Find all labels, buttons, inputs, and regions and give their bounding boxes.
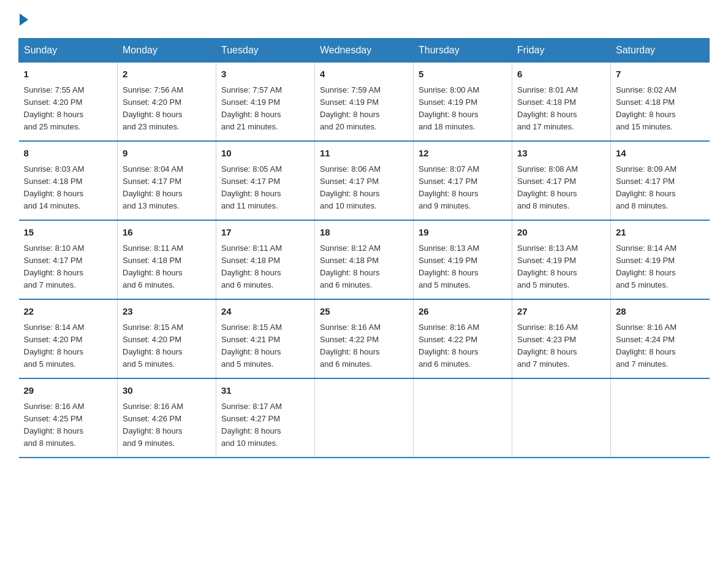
day-info: Sunrise: 8:16 AMSunset: 4:22 PMDaylight:… [320,321,408,371]
calendar-cell: 15Sunrise: 8:10 AMSunset: 4:17 PMDayligh… [19,220,118,299]
calendar-cell: 17Sunrise: 8:11 AMSunset: 4:18 PMDayligh… [216,220,315,299]
day-number: 18 [320,226,408,240]
calendar-body: 1Sunrise: 7:55 AMSunset: 4:20 PMDaylight… [19,63,710,458]
calendar-cell: 21Sunrise: 8:14 AMSunset: 4:19 PMDayligh… [611,220,710,299]
day-number: 17 [221,226,309,240]
day-number: 29 [24,384,113,398]
day-number: 27 [517,305,605,319]
day-info: Sunrise: 8:11 AMSunset: 4:18 PMDaylight:… [123,242,211,292]
day-number: 9 [123,147,211,161]
day-number: 5 [419,67,507,82]
day-info: Sunrise: 8:16 AMSunset: 4:26 PMDaylight:… [123,400,211,450]
day-number: 28 [616,305,705,319]
calendar-cell: 3Sunrise: 7:57 AMSunset: 4:19 PMDaylight… [216,63,315,142]
day-info: Sunrise: 8:14 AMSunset: 4:19 PMDaylight:… [616,242,705,292]
day-number: 7 [616,67,705,82]
day-info: Sunrise: 8:09 AMSunset: 4:17 PMDaylight:… [616,163,705,213]
day-number: 25 [320,305,408,319]
day-info: Sunrise: 8:13 AMSunset: 4:19 PMDaylight:… [517,242,605,292]
calendar-cell: 20Sunrise: 8:13 AMSunset: 4:19 PMDayligh… [512,220,611,299]
calendar-cell: 28Sunrise: 8:16 AMSunset: 4:24 PMDayligh… [611,299,710,378]
calendar-cell: 7Sunrise: 8:02 AMSunset: 4:18 PMDaylight… [611,63,710,142]
day-number: 11 [320,147,408,161]
day-info: Sunrise: 8:17 AMSunset: 4:27 PMDaylight:… [221,400,309,450]
calendar-cell: 24Sunrise: 8:15 AMSunset: 4:21 PMDayligh… [216,299,315,378]
day-info: Sunrise: 8:16 AMSunset: 4:22 PMDaylight:… [419,321,507,371]
day-info: Sunrise: 8:05 AMSunset: 4:17 PMDaylight:… [221,163,309,213]
day-info: Sunrise: 8:16 AMSunset: 4:25 PMDaylight:… [24,400,113,450]
header-wednesday: Wednesday [315,39,414,63]
calendar-cell: 26Sunrise: 8:16 AMSunset: 4:22 PMDayligh… [414,299,512,378]
day-info: Sunrise: 8:06 AMSunset: 4:17 PMDaylight:… [320,163,408,213]
day-info: Sunrise: 8:07 AMSunset: 4:17 PMDaylight:… [419,163,507,213]
day-info: Sunrise: 8:01 AMSunset: 4:18 PMDaylight:… [517,84,605,134]
day-number: 30 [123,384,211,398]
calendar-cell: 23Sunrise: 8:15 AMSunset: 4:20 PMDayligh… [118,299,216,378]
calendar-cell: 22Sunrise: 8:14 AMSunset: 4:20 PMDayligh… [19,299,118,378]
day-info: Sunrise: 8:15 AMSunset: 4:21 PMDaylight:… [221,321,309,371]
calendar-cell: 10Sunrise: 8:05 AMSunset: 4:17 PMDayligh… [216,141,315,220]
day-info: Sunrise: 8:16 AMSunset: 4:23 PMDaylight:… [517,321,605,371]
calendar-cell: 12Sunrise: 8:07 AMSunset: 4:17 PMDayligh… [414,141,512,220]
week-row-4: 22Sunrise: 8:14 AMSunset: 4:20 PMDayligh… [19,299,710,378]
header-friday: Friday [512,39,611,63]
calendar-cell: 31Sunrise: 8:17 AMSunset: 4:27 PMDayligh… [216,378,315,458]
calendar-cell [611,378,710,458]
calendar-cell: 8Sunrise: 8:03 AMSunset: 4:18 PMDaylight… [19,141,118,220]
day-info: Sunrise: 7:57 AMSunset: 4:19 PMDaylight:… [221,84,309,134]
day-info: Sunrise: 8:15 AMSunset: 4:20 PMDaylight:… [123,321,211,371]
calendar-cell: 2Sunrise: 7:56 AMSunset: 4:20 PMDaylight… [118,63,216,142]
day-info: Sunrise: 7:56 AMSunset: 4:20 PMDaylight:… [123,84,211,134]
calendar-cell: 19Sunrise: 8:13 AMSunset: 4:19 PMDayligh… [414,220,512,299]
week-row-1: 1Sunrise: 7:55 AMSunset: 4:20 PMDaylight… [19,63,710,142]
day-info: Sunrise: 8:11 AMSunset: 4:18 PMDaylight:… [221,242,309,292]
header-thursday: Thursday [414,39,512,63]
day-info: Sunrise: 8:10 AMSunset: 4:17 PMDaylight:… [24,242,113,292]
day-info: Sunrise: 8:13 AMSunset: 4:19 PMDaylight:… [419,242,507,292]
day-number: 3 [221,67,309,82]
day-number: 4 [320,67,408,82]
calendar-cell: 29Sunrise: 8:16 AMSunset: 4:25 PMDayligh… [19,378,118,458]
day-number: 12 [419,147,507,161]
day-info: Sunrise: 8:03 AMSunset: 4:18 PMDaylight:… [24,163,113,213]
calendar-cell: 27Sunrise: 8:16 AMSunset: 4:23 PMDayligh… [512,299,611,378]
day-number: 14 [616,147,705,161]
header-monday: Monday [118,39,216,63]
calendar-cell: 14Sunrise: 8:09 AMSunset: 4:17 PMDayligh… [611,141,710,220]
day-info: Sunrise: 7:59 AMSunset: 4:19 PMDaylight:… [320,84,408,134]
day-info: Sunrise: 7:55 AMSunset: 4:20 PMDaylight:… [24,84,113,134]
day-info: Sunrise: 8:12 AMSunset: 4:18 PMDaylight:… [320,242,408,292]
calendar-cell: 1Sunrise: 7:55 AMSunset: 4:20 PMDaylight… [19,63,118,142]
header-tuesday: Tuesday [216,39,315,63]
calendar-cell: 25Sunrise: 8:16 AMSunset: 4:22 PMDayligh… [315,299,414,378]
day-info: Sunrise: 8:16 AMSunset: 4:24 PMDaylight:… [616,321,705,371]
calendar-cell: 9Sunrise: 8:04 AMSunset: 4:17 PMDaylight… [118,141,216,220]
day-number: 21 [616,226,705,240]
day-number: 22 [24,305,113,319]
calendar-table: SundayMondayTuesdayWednesdayThursdayFrid… [18,38,710,458]
day-number: 13 [517,147,605,161]
day-number: 1 [24,67,113,82]
day-info: Sunrise: 8:00 AMSunset: 4:19 PMDaylight:… [419,84,507,134]
day-number: 31 [221,384,309,398]
calendar-cell: 13Sunrise: 8:08 AMSunset: 4:17 PMDayligh… [512,141,611,220]
day-info: Sunrise: 8:14 AMSunset: 4:20 PMDaylight:… [24,321,113,371]
header-sunday: Sunday [19,39,118,63]
logo [18,12,28,26]
day-number: 19 [419,226,507,240]
calendar-cell [315,378,414,458]
calendar-cell: 11Sunrise: 8:06 AMSunset: 4:17 PMDayligh… [315,141,414,220]
day-number: 8 [24,147,113,161]
calendar-cell: 5Sunrise: 8:00 AMSunset: 4:19 PMDaylight… [414,63,512,142]
day-number: 15 [24,226,113,240]
header-saturday: Saturday [611,39,710,63]
calendar-cell: 6Sunrise: 8:01 AMSunset: 4:18 PMDaylight… [512,63,611,142]
day-number: 2 [123,67,211,82]
day-info: Sunrise: 8:04 AMSunset: 4:17 PMDaylight:… [123,163,211,213]
calendar-cell [512,378,611,458]
day-number: 24 [221,305,309,319]
day-info: Sunrise: 8:08 AMSunset: 4:17 PMDaylight:… [517,163,605,213]
calendar-cell: 16Sunrise: 8:11 AMSunset: 4:18 PMDayligh… [118,220,216,299]
day-number: 20 [517,226,605,240]
day-number: 23 [123,305,211,319]
